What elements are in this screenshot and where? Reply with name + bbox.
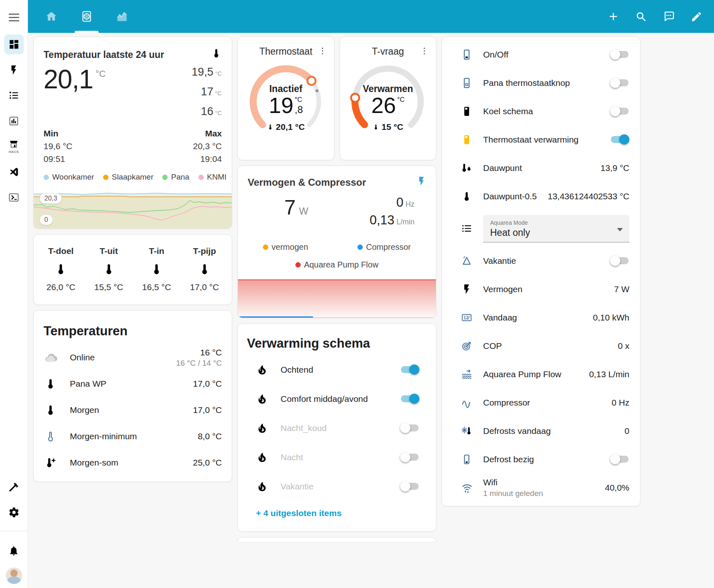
thermometer-low-icon xyxy=(44,430,57,443)
toggle-on-off[interactable] xyxy=(610,49,629,60)
card-vermogen-compressor: Vermogen & Compressor 7W 0Hz 0,13L/min v… xyxy=(237,166,436,318)
toggle-comfort[interactable] xyxy=(400,394,419,404)
temperature-history-chart[interactable]: 20,3 0 xyxy=(34,188,232,228)
max-block: Max 20,3 °C 19:04 xyxy=(193,127,222,165)
toggle-pana-thermostaatknop[interactable] xyxy=(610,78,629,88)
list-item[interactable]: Morgen 17,0 °C xyxy=(34,397,232,423)
list-icon xyxy=(461,223,472,234)
tab-history-chart[interactable] xyxy=(113,0,131,33)
flame-icon xyxy=(256,422,268,434)
developer-tools-hammer-icon xyxy=(8,482,19,493)
user-avatar[interactable] xyxy=(6,567,22,584)
entity-row[interactable]: Wifi 1 minuut geleden 40,0% xyxy=(442,473,640,502)
device-icon xyxy=(461,454,472,465)
sidebar-item-terminal[interactable] xyxy=(4,187,24,207)
excluded-items-link[interactable]: + 4 uitgesloten items xyxy=(238,501,436,528)
target-temperature: 26 °C xyxy=(347,94,429,116)
sensor-column[interactable]: T-pijp 17,0 °C xyxy=(181,246,229,292)
power-device-icon xyxy=(461,49,472,60)
edit-dashboard-button[interactable] xyxy=(691,11,702,23)
pump-flow-icon xyxy=(461,369,472,380)
more-options-button[interactable] xyxy=(318,46,327,56)
tab-home[interactable] xyxy=(43,0,60,33)
vscode-icon xyxy=(8,166,19,178)
toggle-ochtend[interactable] xyxy=(400,364,419,375)
entity-row[interactable]: Vermogen 7 W xyxy=(442,275,640,303)
entity-row[interactable]: Thermostaat verwarming xyxy=(442,125,640,154)
list-item[interactable]: Morgen-minimum 8,0 °C xyxy=(34,423,232,450)
entity-row[interactable]: Aquarea Pump Flow 0,13 L/min xyxy=(442,360,640,388)
sidebar-item-history[interactable] xyxy=(4,111,24,131)
aquarea-mode-select[interactable]: Aquarea Mode Heat only xyxy=(483,215,629,242)
entity-row[interactable]: Pana thermostaatknop xyxy=(442,69,640,97)
schedule-row[interactable]: Vakantie xyxy=(238,472,436,501)
entity-row[interactable]: Defrost bezig xyxy=(442,445,640,473)
search-button[interactable] xyxy=(635,11,647,23)
thermostat-dial[interactable]: Verwarmen 26 °C 15 °C xyxy=(347,60,429,145)
entity-row[interactable]: Dauwpunt-0.5 13,436124402533 °C xyxy=(442,182,640,210)
entity-row[interactable]: Compressor 0 Hz xyxy=(442,388,640,417)
notifications-bell-icon xyxy=(8,545,19,556)
toggle-vakantie-entity[interactable] xyxy=(610,256,629,266)
thermometer-icon xyxy=(461,191,472,202)
secondary-values: 0Hz 0,13L/min xyxy=(338,196,415,228)
sidebar-item-logbook[interactable] xyxy=(4,85,24,105)
sidebar-item-dashboard[interactable] xyxy=(4,35,24,54)
thermostat-knob-icon xyxy=(461,77,472,89)
entity-row[interactable]: On/Off xyxy=(442,40,640,69)
entity-row[interactable]: Vakantie xyxy=(442,247,640,275)
schedule-row[interactable]: Comfort middag/avond xyxy=(238,384,436,413)
hacs-label: HACS xyxy=(9,150,19,154)
tab-heat-pump[interactable] xyxy=(78,0,95,33)
app-sidebar: HACS xyxy=(0,0,28,588)
sensor-column[interactable]: T-uit 15,5 °C xyxy=(85,246,133,292)
add-button[interactable] xyxy=(607,10,620,23)
entity-row-select: Aquarea Mode Heat only xyxy=(442,210,640,247)
entity-row[interactable]: Koel schema xyxy=(442,97,640,125)
dashboard-content: Temperatuur laatste 24 uur 20,1°C 19,5°C… xyxy=(28,33,714,588)
sidebar-item-developer-tools[interactable] xyxy=(4,477,24,497)
sidebar-item-energy[interactable] xyxy=(4,60,24,80)
flash-icon xyxy=(461,284,472,295)
sidebar-item-settings[interactable] xyxy=(4,503,24,522)
card-title: Verwarming schema xyxy=(238,324,436,355)
entity-row[interactable]: Defrosts vandaag 0 xyxy=(442,417,640,445)
toggle-vakantie[interactable] xyxy=(400,481,419,491)
entity-row[interactable]: Dauwpunt 13,9 °C xyxy=(442,154,640,182)
list-item[interactable]: Morgen-som 25,0 °C xyxy=(34,450,232,476)
list-item[interactable]: Online 16 °C16 °C / 14 °C xyxy=(34,344,232,371)
toggle-defrost-bezig[interactable] xyxy=(610,454,629,464)
schedule-row[interactable]: Nacht_koud xyxy=(238,413,436,443)
card-entities: On/Off Pana thermostaatknop Koel schema … xyxy=(442,37,640,506)
flame-icon xyxy=(256,451,268,463)
schedule-row[interactable]: Ochtend xyxy=(238,355,436,384)
toggle-nacht-koud[interactable] xyxy=(400,423,419,433)
sidebar-item-vscode[interactable] xyxy=(4,162,24,182)
card-temperatuur-24u[interactable]: Temperatuur laatste 24 uur 20,1°C 19,5°C… xyxy=(33,37,232,229)
top-bar xyxy=(28,0,714,33)
entity-row[interactable]: COP 0 x xyxy=(442,332,640,360)
menu-hamburger-icon[interactable] xyxy=(9,12,19,23)
toggle-nacht[interactable] xyxy=(400,452,419,462)
thermostat-dial[interactable]: Inactief 19 °C,8 20,1 °C xyxy=(245,60,327,145)
thermometer-icon xyxy=(373,124,379,130)
sidebar-item-hacs[interactable]: HACS xyxy=(4,136,24,156)
list-item[interactable]: Pana WP 17,0 °C xyxy=(34,371,232,397)
more-options-button[interactable] xyxy=(419,46,429,56)
card-verwarming-schema: Verwarming schema Ochtend Comfort middag… xyxy=(237,323,436,532)
legend-dot xyxy=(162,175,168,180)
sensor-column[interactable]: T-doel 26,0 °C xyxy=(37,246,85,292)
entity-row[interactable]: Vandaag 0,10 kWh xyxy=(442,303,640,332)
assist-button[interactable] xyxy=(663,10,675,23)
power-history-chart[interactable] xyxy=(238,279,436,318)
legend-dot xyxy=(357,244,363,250)
legend-dot xyxy=(198,175,204,180)
sidebar-item-notifications[interactable] xyxy=(4,541,24,560)
sensor-column[interactable]: T-in 16,5 °C xyxy=(133,246,181,292)
chart-legend-row2: Aquarea Pump Flow xyxy=(238,260,436,270)
toggle-koel-schema[interactable] xyxy=(610,106,629,116)
counter-icon xyxy=(461,312,472,323)
toggle-thermostaat-verwarming[interactable] xyxy=(610,134,629,145)
card-title: Vermogen & Compressor xyxy=(238,166,436,188)
schedule-row[interactable]: Nacht xyxy=(238,443,436,472)
